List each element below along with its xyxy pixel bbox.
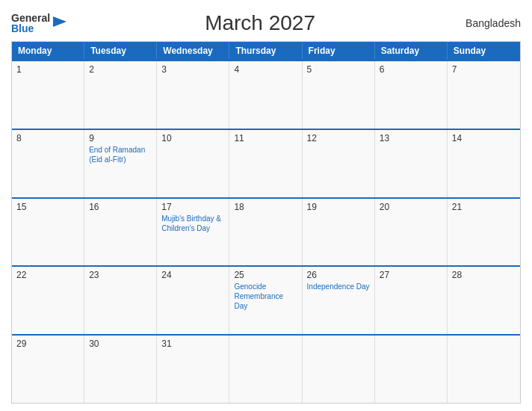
calendar-cell: 20	[375, 199, 448, 266]
calendar-cell: 9End of Ramadan (Eid al-Fitr)	[84, 130, 157, 197]
day-number: 5	[307, 64, 370, 75]
calendar-cell: 31	[157, 336, 229, 403]
event-label: End of Ramadan (Eid al-Fitr)	[89, 145, 152, 164]
calendar-cell: 26Independence Day	[303, 267, 375, 334]
week-row-3: 151617Mujib's Birthday & Children's Day1…	[12, 197, 520, 266]
calendar-cell: 4	[229, 61, 302, 129]
calendar-cell: 15	[12, 199, 84, 266]
calendar-cell: 29	[12, 336, 84, 403]
week-row-2: 89End of Ramadan (Eid al-Fitr)1011121314	[12, 129, 520, 197]
calendar-grid: Monday Tuesday Wednesday Thursday Friday…	[11, 41, 521, 404]
day-number: 18	[234, 202, 297, 212]
day-number: 14	[452, 133, 516, 143]
calendar-header: Monday Tuesday Wednesday Thursday Friday…	[12, 42, 520, 60]
calendar-cell: 1	[12, 61, 84, 129]
calendar-cell	[375, 336, 448, 403]
calendar-cell	[229, 336, 302, 403]
day-number: 29	[16, 339, 79, 349]
week-row-5: 293031	[12, 334, 520, 403]
day-number: 20	[380, 202, 442, 212]
calendar-cell	[303, 336, 375, 403]
day-number: 22	[16, 270, 79, 280]
calendar-cell: 10	[157, 130, 229, 197]
calendar-cell: 14	[448, 130, 520, 197]
header-friday: Friday	[303, 42, 375, 60]
day-number: 24	[161, 270, 224, 280]
logo: General Blue	[11, 13, 66, 34]
calendar-cell: 3	[157, 61, 229, 129]
day-number: 10	[161, 133, 224, 143]
week-row-4: 22232425Genocide Remembrance Day26Indepe…	[12, 265, 520, 334]
day-number: 19	[307, 202, 370, 212]
event-label: Mujib's Birthday & Children's Day	[161, 214, 224, 233]
calendar-cell: 5	[303, 61, 375, 129]
day-number: 27	[380, 270, 442, 280]
logo-general: General	[11, 13, 50, 23]
calendar-cell: 12	[303, 130, 375, 197]
day-number: 1	[16, 64, 79, 75]
day-number: 4	[234, 64, 297, 75]
calendar-cell: 30	[84, 336, 157, 403]
calendar-cell: 2	[84, 61, 157, 129]
header-tuesday: Tuesday	[84, 42, 157, 60]
day-number: 2	[89, 64, 152, 75]
calendar-cell: 25Genocide Remembrance Day	[229, 267, 302, 334]
header-wednesday: Wednesday	[157, 42, 229, 60]
calendar-cell: 28	[448, 267, 520, 334]
day-number: 17	[161, 202, 224, 212]
calendar-cell: 8	[12, 130, 84, 197]
day-number: 9	[89, 133, 152, 143]
header-saturday: Saturday	[375, 42, 448, 60]
header-monday: Monday	[12, 42, 84, 60]
day-number: 12	[307, 133, 370, 143]
calendar-cell: 24	[157, 267, 229, 334]
event-label: Independence Day	[307, 282, 370, 291]
header-thursday: Thursday	[229, 42, 302, 60]
week-row-1: 1234567	[12, 60, 520, 129]
event-label: Genocide Remembrance Day	[234, 282, 297, 311]
calendar-cell: 7	[448, 61, 520, 129]
day-number: 7	[452, 64, 516, 75]
calendar-cell	[448, 336, 520, 403]
country-name: Bangladesh	[454, 17, 521, 29]
day-number: 28	[452, 270, 516, 280]
day-number: 30	[89, 339, 152, 349]
calendar-cell: 13	[375, 130, 448, 197]
day-number: 16	[89, 202, 152, 212]
calendar-cell: 16	[84, 199, 157, 266]
calendar-cell: 27	[375, 267, 448, 334]
day-number: 3	[161, 64, 224, 75]
svg-marker-0	[53, 16, 66, 27]
calendar-body: 123456789End of Ramadan (Eid al-Fitr)101…	[12, 60, 520, 403]
calendar-cell: 6	[375, 61, 448, 129]
day-number: 6	[380, 64, 442, 75]
logo-flag-icon	[53, 16, 66, 27]
header-sunday: Sunday	[448, 42, 520, 60]
calendar-cell: 21	[448, 199, 520, 266]
calendar-cell: 11	[229, 130, 302, 197]
calendar-cell: 18	[229, 199, 302, 266]
calendar-cell: 22	[12, 267, 84, 334]
calendar-page: General Blue March 2027 Bangladesh Monda…	[0, 0, 532, 411]
day-number: 15	[16, 202, 79, 212]
page-header: General Blue March 2027 Bangladesh	[11, 7, 521, 41]
day-number: 13	[380, 133, 442, 143]
calendar-cell: 17Mujib's Birthday & Children's Day	[157, 199, 229, 266]
month-title: March 2027	[66, 11, 454, 35]
day-number: 11	[234, 133, 297, 143]
calendar-cell: 19	[303, 199, 375, 266]
day-number: 31	[161, 339, 224, 349]
logo-blue: Blue	[11, 23, 50, 34]
day-number: 23	[89, 270, 152, 280]
day-number: 8	[16, 133, 79, 143]
day-number: 26	[307, 270, 370, 280]
calendar-cell: 23	[84, 267, 157, 334]
day-number: 25	[234, 270, 297, 280]
day-number: 21	[452, 202, 516, 212]
